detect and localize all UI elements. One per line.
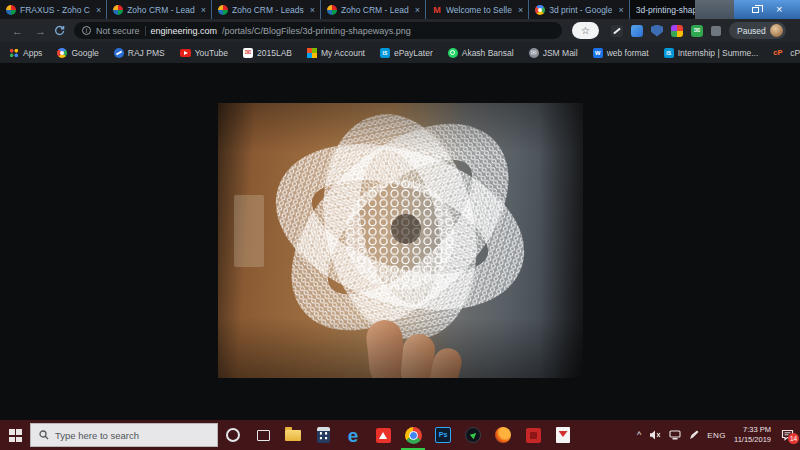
apps-grid-icon — [9, 48, 19, 58]
cortana-icon — [226, 428, 240, 442]
bookmark-label: RAJ PMS — [128, 48, 165, 58]
gray-mail-icon — [529, 48, 539, 58]
microsoft-icon — [307, 48, 317, 58]
windows-logo-icon — [9, 429, 22, 442]
shield-extension-icon[interactable] — [651, 25, 663, 37]
tab-close-icon[interactable]: × — [413, 5, 422, 15]
bookmarks-bar: Apps Google RAJ PMS YouTube 2015LAB My A… — [0, 42, 800, 63]
green-mail-extension-icon[interactable] — [691, 25, 703, 37]
edge-button[interactable]: e — [338, 420, 368, 450]
tab-fraxus-zoho[interactable]: FRAXUS - Zoho C × — [0, 0, 107, 19]
photoshop-icon: Ps — [435, 427, 451, 443]
tab-3d-print-google[interactable]: 3d print - Google × — [529, 0, 630, 19]
cortana-button[interactable] — [218, 420, 248, 450]
bookmark-cpanel-login[interactable]: cPanel Login — [773, 48, 800, 58]
bookmark-star-icon[interactable]: ☆ — [572, 22, 599, 39]
bookmark-2015lab[interactable]: 2015LAB — [243, 48, 292, 58]
tab-title: Zoho CRM - Lead — [341, 5, 409, 15]
bookmark-apps[interactable]: Apps — [9, 48, 42, 58]
back-icon[interactable]: ← — [12, 25, 23, 37]
tab-zoho-crm-lead-1[interactable]: Zoho CRM - Lead × — [107, 0, 212, 19]
idm-button[interactable] — [458, 420, 488, 450]
tab-close-icon[interactable]: × — [199, 5, 208, 15]
blue-globe-icon — [114, 48, 124, 58]
chrome-icon — [405, 427, 422, 444]
tab-strip: FRAXUS - Zoho C × Zoho CRM - Lead × Zoho… — [0, 0, 800, 19]
zoho-pinwheel-favicon-icon — [113, 5, 123, 15]
blue-app-extension-icon[interactable] — [631, 25, 643, 37]
cpanel-icon — [773, 48, 786, 58]
file-explorer-button[interactable] — [278, 420, 308, 450]
notification-center-button[interactable]: 14 — [781, 429, 794, 441]
bookmark-web-format[interactable]: web format — [593, 48, 649, 58]
tab-title: Welcome to Selle — [446, 5, 512, 15]
bookmark-label: web format — [607, 48, 649, 58]
youtube-icon — [180, 49, 191, 57]
page-content — [0, 63, 800, 420]
whatsapp-icon — [448, 48, 458, 58]
address-bar[interactable]: i Not secure engineering.com /portals/C/… — [74, 22, 562, 39]
security-label[interactable]: Not secure — [96, 26, 140, 36]
bookmark-my-account[interactable]: My Account — [307, 48, 365, 58]
pen-icon[interactable] — [689, 430, 699, 440]
avatar — [770, 24, 783, 37]
adobe-button[interactable] — [368, 420, 398, 450]
tab-close-icon[interactable]: × — [616, 5, 625, 15]
tab-welcome-seller[interactable]: Welcome to Selle × — [426, 0, 529, 19]
taskbar-search-input[interactable]: Type here to search — [30, 423, 218, 447]
volume-muted-icon[interactable] — [649, 430, 661, 440]
tab-close-icon[interactable]: × — [516, 5, 525, 15]
clock[interactable]: 7:33 PM 11/15/2019 — [734, 425, 771, 445]
window-controls: × — [734, 0, 800, 19]
bookmark-label: My Account — [321, 48, 365, 58]
bookmark-raj-pms[interactable]: RAJ PMS — [114, 48, 165, 58]
hidden-icons-chevron-icon[interactable]: ^ — [637, 430, 641, 440]
tab-close-icon[interactable]: × — [94, 5, 103, 15]
photoshop-button[interactable]: Ps — [428, 420, 458, 450]
profile-chip[interactable]: Paused — [729, 22, 786, 39]
tab-zoho-crm-lead-2[interactable]: Zoho CRM - Lead × — [321, 0, 426, 19]
blog-image-3d-print[interactable] — [218, 103, 583, 378]
color-grid-extension-icon[interactable] — [671, 25, 683, 37]
zoho-pinwheel-favicon-icon — [218, 5, 228, 15]
calculator-button[interactable] — [308, 420, 338, 450]
bookmark-label: 2015LAB — [257, 48, 292, 58]
red-app-icon — [526, 428, 541, 443]
network-icon[interactable] — [669, 430, 681, 440]
bookmark-label: JSM Mail — [543, 48, 578, 58]
bookmark-youtube[interactable]: YouTube — [180, 48, 228, 58]
close-window-icon[interactable]: × — [776, 0, 782, 19]
bookmark-google[interactable]: Google — [57, 48, 98, 58]
restore-window-icon[interactable] — [752, 7, 759, 13]
task-view-button[interactable] — [248, 420, 278, 450]
search-icon — [39, 430, 49, 440]
tab-title: Zoho CRM - Lead — [127, 5, 195, 15]
bookmark-epaylater[interactable]: ePayLater — [380, 48, 433, 58]
bookmark-jsm-mail[interactable]: JSM Mail — [529, 48, 578, 58]
red-m-favicon-icon — [432, 5, 442, 15]
edge-icon: e — [348, 426, 359, 445]
gray-extension-icon[interactable] — [711, 26, 721, 36]
acrobat-button[interactable] — [548, 420, 578, 450]
zoho-pinwheel-favicon-icon — [327, 5, 337, 15]
tab-zoho-crm-leads[interactable]: Zoho CRM - Leads × — [212, 0, 321, 19]
browser-toolbar: ← → i Not secure engineering.com /portal… — [0, 19, 800, 42]
bookmark-label: ePayLater — [394, 48, 433, 58]
bookmark-internship-summer[interactable]: Internship | Summe... — [664, 48, 759, 58]
bookmark-label: cPanel Login — [790, 48, 800, 58]
tab-title: 3d print - Google — [549, 5, 612, 15]
search-placeholder: Type here to search — [55, 430, 139, 441]
info-icon[interactable]: i — [82, 26, 91, 35]
forward-icon[interactable]: → — [35, 25, 46, 37]
start-button[interactable] — [0, 420, 30, 450]
firefox-button[interactable] — [488, 420, 518, 450]
reload-icon[interactable] — [54, 25, 65, 36]
pen-extension-icon[interactable] — [611, 25, 623, 37]
red-app-button[interactable] — [518, 420, 548, 450]
bookmark-akash-bansal[interactable]: Akash Bansal — [448, 48, 514, 58]
chrome-button[interactable] — [398, 420, 428, 450]
task-view-icon — [257, 430, 270, 441]
google-favicon-icon — [535, 5, 545, 15]
language-indicator[interactable]: ENG — [707, 431, 726, 440]
tab-close-icon[interactable]: × — [308, 5, 317, 15]
